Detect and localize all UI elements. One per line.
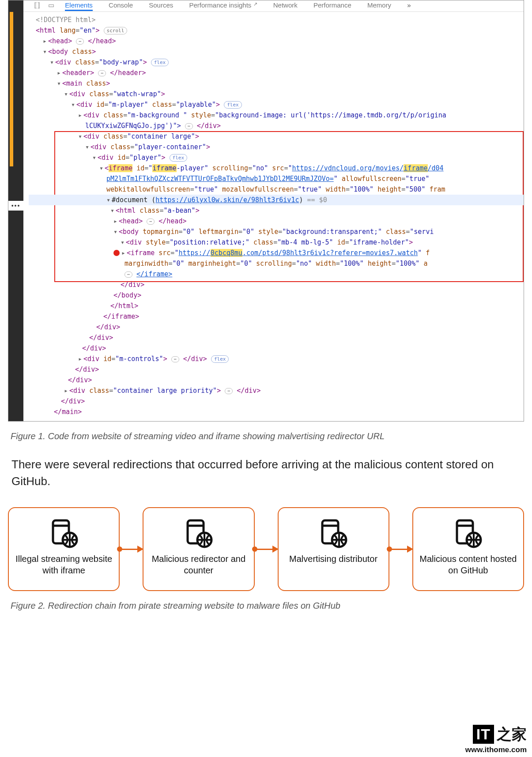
diagram-node-label: Illegal streaming website with iframe xyxy=(13,553,114,576)
dom-line[interactable]: marginwidth="0" marginheight="0" scrolli… xyxy=(29,258,524,269)
dom-line[interactable]: ▾<iframe id="iframe-player" scrolling="n… xyxy=(29,163,524,173)
dom-line[interactable]: lCUKYxiwZGFNqGJo.jpg')"> ⋯ </div> xyxy=(29,121,524,131)
figure2-caption: Figure 2. Redirection chain from pirate … xyxy=(11,601,521,611)
dom-line[interactable]: </body> xyxy=(29,290,524,301)
dom-line[interactable]: ⋯ </iframe> xyxy=(29,269,524,279)
inspect-icon[interactable]: ⟦⟧ xyxy=(34,1,40,9)
website-globe-icon xyxy=(451,518,485,549)
flex-badge: flex xyxy=(170,154,188,162)
dom-line[interactable]: ▾<main class> xyxy=(29,78,524,89)
dom-line[interactable]: ▸<head> ⋯ </head> xyxy=(29,216,524,226)
diagram-node: Malicious content hosted on GitHub xyxy=(412,507,524,591)
diagram-node: Malvertising distributor xyxy=(278,507,389,591)
figure1-caption: Figure 1. Code from website of streaming… xyxy=(11,431,521,441)
dom-line[interactable]: ▾<div class="body-wrap"> flex xyxy=(29,57,524,68)
dom-line[interactable]: <html lang="en"> scroll xyxy=(29,25,524,36)
diagram-node-label: Malicious redirector and counter xyxy=(148,553,249,576)
dom-line[interactable]: </div> xyxy=(29,364,524,375)
website-globe-icon xyxy=(47,518,81,549)
diagram-node: Malicious redirector and counter xyxy=(143,507,254,591)
diagram-node: Illegal streaming website with iframe xyxy=(8,507,120,591)
dom-line[interactable]: pM2lmTm1FTkhQZXczWTFVTTUrOFpBaTkvQmhwb1J… xyxy=(29,173,524,184)
diagram-arrow xyxy=(255,549,278,550)
dom-line[interactable]: ▾<div id="m-player" class="playable"> fl… xyxy=(29,99,524,110)
dom-line[interactable]: </div> xyxy=(29,322,524,332)
devtools-activity-bar xyxy=(8,0,23,421)
dom-line[interactable]: ▾<div style="position:relative;" class="… xyxy=(29,237,524,248)
dom-line[interactable]: ▸<div class="container large priority"> … xyxy=(29,385,524,396)
dom-line[interactable]: ▸<head> ⋯ </head> xyxy=(29,36,524,46)
dom-line[interactable]: </div> xyxy=(29,332,524,343)
dom-line-selected[interactable]: ▾#document (https://u6lyxl0w.skin/e/98hl… xyxy=(29,195,524,205)
tab-network[interactable]: Network xyxy=(273,1,298,9)
diagram-node-label: Malicious content hosted on GitHub xyxy=(418,553,519,576)
dom-line[interactable]: ▸<iframe src="https://0cbcq8mu.com/ptsd/… xyxy=(29,248,524,258)
dom-line[interactable]: ▾<body topmargin="0" leftmargin="0" styl… xyxy=(29,226,524,237)
diagram-arrow xyxy=(389,549,412,550)
dom-line[interactable]: ▾<html class="a-bean"> xyxy=(29,205,524,216)
dom-line[interactable]: ▸<div id="m-controls"> ⋯ </div> flex xyxy=(29,354,524,364)
diagram-node-label: Malvertising distributor xyxy=(289,553,377,565)
website-globe-icon xyxy=(181,518,216,549)
dom-line[interactable]: ▸<header> ⋯ </header> xyxy=(29,68,524,78)
dom-line[interactable]: </div> xyxy=(29,396,524,407)
devtools-screenshot: ••• ⟦⟧ ▭ Elements Console Sources Perfor… xyxy=(8,0,524,422)
dom-line[interactable]: ▾<div id="player"> flex xyxy=(29,152,524,163)
tab-sources[interactable]: Sources xyxy=(149,1,173,9)
tabs-overflow-icon[interactable]: » xyxy=(407,1,411,9)
diagram-arrow xyxy=(120,549,143,550)
flex-badge: flex xyxy=(224,101,242,109)
dom-line[interactable]: webkitallowfullscreen="true" mozallowful… xyxy=(29,184,524,195)
dom-line[interactable]: ▾<div class="container large"> xyxy=(29,131,524,142)
tab-elements[interactable]: Elements xyxy=(65,1,93,11)
dom-line[interactable]: </main> xyxy=(29,407,524,417)
website-globe-icon xyxy=(316,518,351,549)
dom-line[interactable]: <!DOCTYPE html> xyxy=(29,15,524,25)
breakpoint-icon[interactable] xyxy=(113,250,120,256)
tab-memory[interactable]: Memory xyxy=(367,1,391,9)
dom-line[interactable]: ▸<div class="m-background " style="backg… xyxy=(29,110,524,121)
device-toggle-icon[interactable]: ▭ xyxy=(48,1,54,9)
dom-tree[interactable]: <!DOCTYPE html> <html lang="en"> scroll … xyxy=(23,13,524,421)
devtools-tab-strip[interactable]: ⟦⟧ ▭ Elements Console Sources Performanc… xyxy=(23,0,524,12)
dom-line[interactable]: </div> xyxy=(29,343,524,354)
dom-line[interactable]: ▾<body class> xyxy=(29,46,524,57)
dom-line[interactable]: </div> xyxy=(29,375,524,385)
dom-line[interactable]: ▾<div class="watch-wrap"> xyxy=(29,89,524,99)
dom-line[interactable]: ▾<div class="player-container"> xyxy=(29,142,524,152)
redirection-chain-diagram: Illegal streaming website with iframe Ma… xyxy=(8,507,524,591)
flex-badge: flex xyxy=(211,355,229,363)
tab-performance[interactable]: Performance xyxy=(313,1,351,9)
body-paragraph: There were several redirections that occ… xyxy=(11,456,521,490)
scroll-badge: scroll xyxy=(104,27,128,34)
dom-line[interactable]: </div> xyxy=(29,279,524,290)
dom-line[interactable]: </iframe> xyxy=(29,311,524,322)
tab-console[interactable]: Console xyxy=(109,1,133,9)
tab-perf-insights[interactable]: Performance insights ↗ xyxy=(189,1,257,9)
dom-line[interactable]: </html> xyxy=(29,301,524,311)
flex-badge: flex xyxy=(151,59,169,66)
